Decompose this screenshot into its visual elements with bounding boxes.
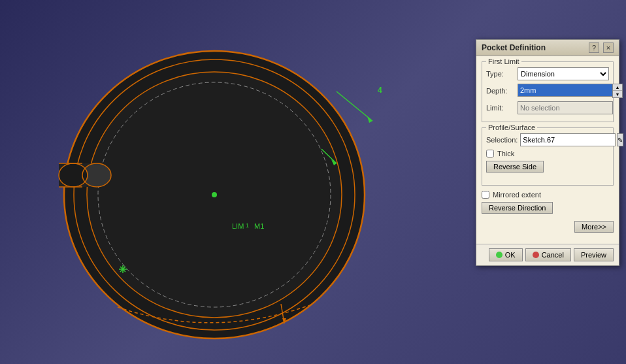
reverse-side-wrapper: Reverse Side [486, 161, 609, 176]
pocket-definition-dialog: Pocket Definition ? × First Limit Type: … [476, 39, 619, 266]
type-label: Type: [486, 70, 518, 78]
depth-input[interactable] [518, 84, 612, 97]
first-limit-label: First Limit [486, 58, 521, 65]
first-limit-section: First Limit Type: Dimension Depth: ▲ ▼ [482, 61, 614, 122]
spinner-up[interactable]: ▲ [613, 84, 622, 91]
limit-label: Limit: [486, 104, 518, 112]
svg-marker-19 [367, 116, 372, 123]
thick-label: Thick [497, 150, 514, 157]
svg-text:1: 1 [246, 222, 249, 229]
mirrored-extent-row: Mirrored extent [482, 191, 614, 199]
limit-row: Limit: [486, 101, 609, 114]
more-button[interactable]: More>> [574, 221, 614, 233]
svg-text:LIM: LIM [232, 222, 244, 230]
more-wrapper: More>> [482, 221, 614, 236]
type-dropdown[interactable]: Dimension [518, 67, 609, 80]
ok-label: OK [505, 251, 516, 259]
ok-button[interactable]: OK [489, 248, 523, 261]
depth-row: Depth: ▲ ▼ [486, 84, 609, 98]
dialog-footer: OK Cancel Preview [476, 244, 619, 265]
preview-label: Preview [581, 251, 606, 259]
mirrored-extent-label: Mirrored extent [493, 191, 541, 199]
depth-label: Depth: [486, 87, 518, 95]
cancel-button[interactable]: Cancel [525, 248, 571, 261]
close-button[interactable]: × [603, 42, 614, 53]
svg-point-6 [212, 192, 217, 197]
cancel-dot [533, 252, 539, 258]
edit-button[interactable]: ✎ [617, 133, 623, 146]
profile-surface-section: Profile/Surface Selection: ✎ Thick Rever… [482, 127, 614, 186]
selection-label: Selection: [486, 136, 518, 144]
type-row: Type: Dimension [486, 67, 609, 80]
limit-input[interactable] [518, 101, 613, 114]
spinner-buttons: ▲ ▼ [612, 84, 623, 98]
reverse-direction-button[interactable]: Reverse Direction [482, 202, 553, 214]
mirrored-extent-checkbox[interactable] [482, 191, 489, 199]
thick-checkbox[interactable] [486, 150, 494, 157]
selection-input[interactable] [520, 133, 616, 146]
spinner-down[interactable]: ▼ [613, 91, 622, 97]
preview-button[interactable]: Preview [574, 248, 614, 261]
reverse-direction-wrapper: Reverse Direction [482, 202, 614, 217]
dialog-titlebar: Pocket Definition ? × [476, 40, 619, 56]
thick-row: Thick [486, 150, 609, 157]
ok-dot [496, 252, 502, 258]
depth-spinner: ▲ ▼ [518, 84, 623, 98]
profile-surface-label: Profile/Surface [486, 124, 537, 131]
help-button[interactable]: ? [589, 42, 599, 53]
dialog-title: Pocket Definition [482, 43, 546, 52]
svg-line-18 [337, 91, 372, 121]
svg-text:4: 4 [378, 86, 382, 95]
dialog-controls: ? × [589, 42, 614, 53]
reverse-side-button[interactable]: Reverse Side [486, 161, 544, 173]
dialog-content: First Limit Type: Dimension Depth: ▲ ▼ [476, 56, 619, 244]
cancel-label: Cancel [542, 251, 564, 259]
selection-row: Selection: ✎ [486, 133, 609, 146]
svg-text:M1: M1 [254, 222, 264, 230]
